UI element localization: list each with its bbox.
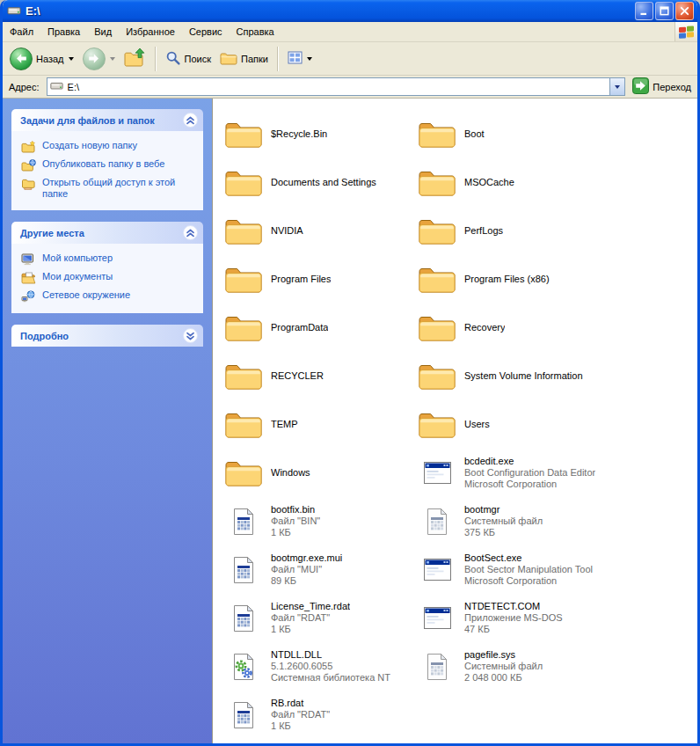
- file-name: Users: [464, 419, 490, 430]
- task-share-folder[interactable]: Открыть общий доступ к этой папке: [20, 174, 198, 202]
- place-my-computer[interactable]: Мой компьютер: [20, 250, 198, 268]
- file-name: NVIDIA: [271, 225, 303, 237]
- file-tile[interactable]: Documents and Settings: [222, 158, 415, 207]
- application-icon: [415, 557, 459, 582]
- menu-tools[interactable]: Сервис: [182, 22, 230, 41]
- folders-label: Папки: [241, 54, 268, 64]
- go-button[interactable]: Переход: [629, 77, 695, 96]
- file-tile[interactable]: bootmgrСистемный файл375 КБ: [415, 497, 609, 545]
- file-tile[interactable]: bcdedit.exeBoot Configuration Data Edito…: [415, 449, 609, 497]
- file-detail: Системный файл: [464, 516, 543, 527]
- address-bar: Адрес: E:\ Переход: [3, 76, 697, 99]
- file-tile-text: $Recycle.Bin: [271, 128, 327, 140]
- new-folder-icon: [20, 140, 36, 153]
- file-tile[interactable]: NTDLL.DLL5.1.2600.6055Системная библиоте…: [222, 642, 415, 691]
- file-tile[interactable]: NTDETECT.COMПриложение MS-DOS47 КБ: [415, 594, 609, 642]
- chevron-up-icon[interactable]: [183, 225, 198, 240]
- forward-button[interactable]: [79, 45, 119, 73]
- folder-up-icon: [124, 48, 146, 69]
- place-network[interactable]: Сетевое окружение: [20, 287, 198, 305]
- close-button[interactable]: [675, 2, 694, 20]
- menu-edit[interactable]: Правка: [40, 22, 87, 41]
- folders-button[interactable]: Папки: [216, 48, 272, 69]
- file-tile[interactable]: License_Time.rdatФайл "RDAT"1 КБ: [222, 594, 415, 642]
- file-detail: Системная библиотека NT: [271, 672, 390, 684]
- file-detail: Файл "BIN": [271, 516, 320, 527]
- folder-icon: [415, 216, 459, 246]
- file-tile[interactable]: TEMP: [222, 400, 415, 449]
- share-folder-icon: [20, 177, 36, 190]
- folder-icon: [415, 120, 459, 150]
- panel-title: Другие места: [20, 228, 84, 238]
- file-tile[interactable]: RECYCLER: [222, 352, 415, 400]
- minimize-button[interactable]: [635, 2, 653, 20]
- chevron-up-icon[interactable]: [183, 113, 198, 128]
- search-button[interactable]: Поиск: [162, 48, 215, 70]
- panel-title: Подробно: [20, 331, 69, 341]
- file-tile[interactable]: Boot: [415, 110, 609, 158]
- address-input[interactable]: E:\: [47, 77, 626, 96]
- file-tile[interactable]: PerfLogs: [415, 207, 609, 255]
- folders-icon: [220, 51, 237, 67]
- file-tile[interactable]: BootSect.exeBoot Sector Manipulation Too…: [415, 545, 609, 594]
- up-button[interactable]: [120, 45, 149, 72]
- file-tile[interactable]: MSOCache: [415, 158, 609, 207]
- file-tile-text: RB.rdatФайл "RDAT"1 КБ: [271, 698, 330, 732]
- go-arrow-icon: [632, 77, 649, 96]
- menu-view[interactable]: Вид: [87, 22, 119, 41]
- file-tile[interactable]: RB.rdatФайл "RDAT"1 КБ: [222, 691, 415, 739]
- file-detail: 47 КБ: [464, 624, 563, 635]
- file-tile[interactable]: pagefile.sysСистемный файл2 048 000 КБ: [415, 642, 609, 691]
- file-tile-text: NTDLL.DLL5.1.2600.6055Системная библиоте…: [271, 649, 390, 684]
- network-icon: [20, 289, 36, 303]
- folder-icon: [222, 458, 266, 488]
- file-tile[interactable]: Users: [415, 400, 609, 449]
- file-detail: Приложение MS-DOS: [464, 612, 563, 624]
- toolbar-separator: [155, 47, 157, 71]
- folder-icon: [415, 265, 459, 295]
- panel-other-places: Другие места Мой компьютер: [11, 222, 203, 313]
- file-detail: Файл "RDAT": [271, 612, 350, 624]
- system-file-icon: [222, 508, 266, 536]
- panel-details-header[interactable]: Подробно: [11, 325, 203, 347]
- file-tile[interactable]: bootmgr.exe.muiФайл "MUI"89 КБ: [222, 545, 415, 594]
- task-publish-folder[interactable]: Опубликовать папку в вебе: [20, 156, 198, 174]
- file-tile-text: Windows: [271, 467, 310, 479]
- file-tile[interactable]: Recovery: [415, 304, 609, 352]
- views-button[interactable]: [284, 48, 316, 69]
- file-tile[interactable]: Program Files: [222, 255, 415, 304]
- file-detail: Системный файл: [464, 661, 543, 672]
- task-label: Создать новую папку: [42, 140, 137, 151]
- chevron-down-icon[interactable]: [183, 328, 198, 343]
- system-file-gray-icon: [415, 653, 459, 681]
- file-tile[interactable]: $Recycle.Bin: [222, 110, 415, 158]
- back-label: Назад: [36, 54, 64, 64]
- panel-other-places-header[interactable]: Другие места: [11, 222, 203, 244]
- file-tile[interactable]: System Volume Information: [415, 352, 609, 400]
- file-name: NTDETECT.COM: [464, 601, 563, 612]
- forward-dropdown-icon: [110, 57, 115, 61]
- menu-favorites[interactable]: Избранное: [119, 22, 182, 41]
- menu-bar: Файл Правка Вид Избранное Сервис Справка: [3, 22, 697, 42]
- maximize-button[interactable]: [655, 2, 674, 20]
- panel-file-tasks-header[interactable]: Задачи для файлов и папок: [11, 109, 203, 131]
- file-name: PerfLogs: [464, 225, 503, 237]
- folder-icon: [222, 265, 266, 295]
- file-tile[interactable]: Windows: [222, 449, 415, 497]
- file-tile[interactable]: NVIDIA: [222, 207, 415, 255]
- menu-file[interactable]: Файл: [3, 22, 40, 41]
- menu-help[interactable]: Справка: [230, 22, 281, 41]
- file-detail: Boot Sector Manipulation Tool: [464, 564, 593, 575]
- back-button[interactable]: Назад: [6, 45, 77, 73]
- place-my-documents[interactable]: Мои документы: [20, 268, 198, 287]
- titlebar[interactable]: E:\: [3, 0, 697, 22]
- file-tile[interactable]: ProgramData: [222, 304, 415, 352]
- file-name: ProgramData: [271, 322, 328, 333]
- file-name: bootmgr: [464, 504, 543, 516]
- task-create-folder[interactable]: Создать новую папку: [20, 137, 198, 156]
- file-tile-text: bootfix.binФайл "BIN"1 КБ: [271, 504, 320, 538]
- application-icon: [415, 605, 459, 631]
- address-dropdown-button[interactable]: [609, 78, 624, 95]
- file-tile[interactable]: bootfix.binФайл "BIN"1 КБ: [222, 497, 415, 545]
- file-tile[interactable]: Program Files (x86): [415, 255, 609, 304]
